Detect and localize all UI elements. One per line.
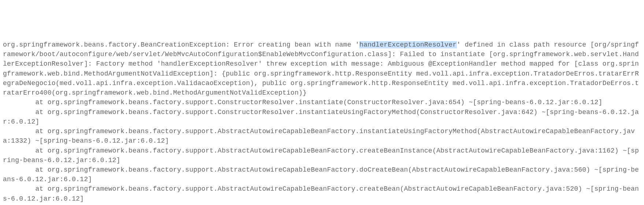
stacktrace-block[interactable]: org.springframework.beans.factory.BeanCr…	[3, 40, 641, 204]
selected-text: handlerExceptionResolver	[359, 41, 456, 48]
stacktrace-text-after-highlight: ' defined in class path resource [org/sp…	[3, 41, 639, 202]
stacktrace-text-before-highlight: org.springframework.beans.factory.BeanCr…	[3, 41, 359, 48]
